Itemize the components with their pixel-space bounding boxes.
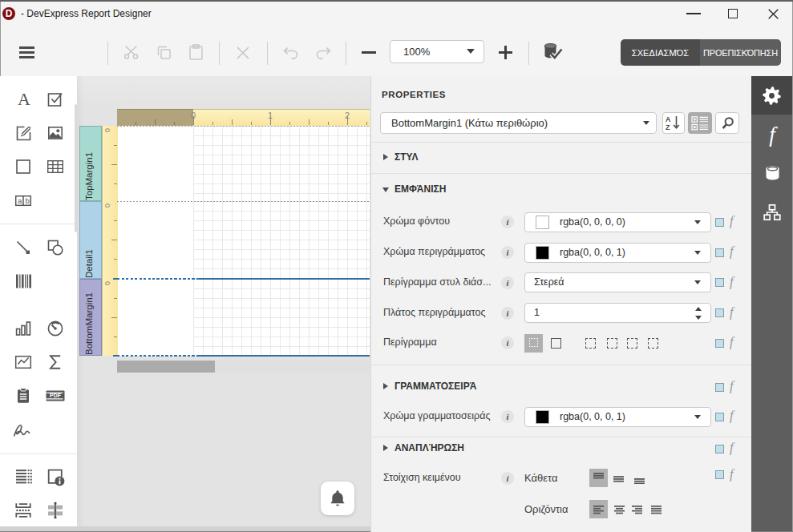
svg-text:b: b [26,196,30,205]
svg-text:Z: Z [666,123,670,131]
svg-text:PDF: PDF [50,393,62,398]
svg-text:A: A [666,115,671,123]
svg-text:a: a [18,196,22,205]
